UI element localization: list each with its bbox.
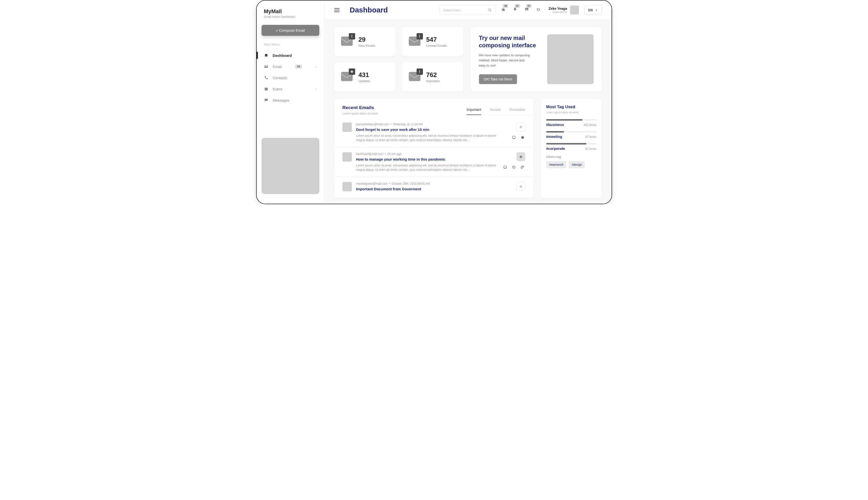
inbox-button[interactable]: 67 — [524, 7, 529, 13]
stat-label: Updates — [359, 79, 370, 83]
mail-icon — [264, 64, 268, 69]
attachment-icon — [520, 164, 525, 170]
star-toggle[interactable] — [517, 182, 525, 191]
promo-card: Try our new mail composing interface We … — [471, 27, 602, 91]
home-icon — [264, 53, 268, 57]
menu-toggle-button[interactable] — [334, 7, 340, 13]
search-field[interactable] — [439, 5, 496, 15]
tab-promotion[interactable]: Promotion — [510, 108, 525, 115]
envelope-alert-icon: ! — [409, 36, 420, 47]
stat-card-updates[interactable]: ★ 431 Updates — [334, 62, 396, 91]
calendar-icon — [264, 87, 268, 91]
stat-label: New Emails — [359, 44, 375, 47]
promo-image-placeholder — [547, 34, 594, 84]
search-input[interactable] — [443, 8, 488, 12]
stat-card-important[interactable]: ! 762 Important — [402, 62, 463, 91]
favorites-button[interactable]: 38 — [501, 7, 506, 13]
star-icon — [519, 125, 523, 129]
sidebar-item-event[interactable]: Event ▸ — [257, 83, 324, 94]
sender-avatar — [342, 182, 352, 191]
email-row[interactable]: machelgreen@mail.com•October 25th, 2020 … — [334, 177, 533, 198]
star-icon — [501, 7, 506, 12]
notifications-badge: 12 — [515, 4, 520, 8]
inbox-badge: 67 — [526, 4, 531, 8]
sidebar-item-label: Messages — [273, 98, 289, 102]
star-icon — [519, 184, 523, 188]
tag-row: #business452 times — [546, 119, 596, 127]
stat-label: Unread Emails — [426, 44, 447, 47]
envelope-alert-icon: ! — [341, 36, 353, 47]
star-toggle[interactable] — [517, 123, 525, 131]
promo-cta-button[interactable]: OK! Take me there — [479, 74, 517, 84]
recent-emails-card: Recent Emails Lorem ipsum dolor sit amet… — [334, 99, 533, 198]
chat-icon — [264, 98, 268, 102]
main-area: Dashboard 38 12 67 — [325, 0, 611, 204]
sidebar: MyMail Email Admin Dashboard + Compose E… — [257, 0, 325, 204]
language-label: EN — [588, 8, 593, 12]
stat-card-unread-emails[interactable]: ! 547 Unread Emails — [402, 27, 463, 56]
sidebar-item-label: Event — [273, 87, 282, 91]
chevron-down-icon: ▼ — [595, 9, 598, 11]
email-count-badge: 38 — [295, 65, 302, 68]
tags-subtitle: Lorem ipsum dolor sit amet — [546, 111, 596, 114]
email-row[interactable]: joannahsitepu@mail.com•Yesterday, at 11:… — [334, 118, 533, 147]
sidebar-item-dashboard[interactable]: Dashboard — [257, 50, 324, 61]
svg-line-1 — [491, 11, 491, 11]
phone-icon — [264, 76, 268, 80]
language-selector[interactable]: EN ▼ — [584, 5, 602, 15]
stat-value: 547 — [426, 36, 447, 43]
recent-emails-title: Recent Emails — [342, 105, 378, 110]
user-name: Zeke Yeaga — [549, 7, 567, 11]
user-menu[interactable]: Zeke Yeaga Superadmin — [549, 5, 579, 14]
tag-chip[interactable]: #design — [569, 161, 585, 168]
favorites-badge: 38 — [503, 4, 508, 8]
email-tabs: Important Socials Promotion — [466, 108, 525, 115]
email-subject: How to manage your working time in this … — [356, 157, 498, 161]
brand-subtitle: Email Admin Dashboard — [264, 15, 317, 19]
email-meta: kevinhard@mail.com•24 min ago — [356, 152, 498, 156]
clock-icon — [511, 164, 517, 170]
device-icon — [503, 164, 508, 170]
sidebar-promo-placeholder — [261, 138, 319, 194]
promo-title: Try our new mail composing interface — [479, 34, 541, 49]
brand: MyMail Email Admin Dashboard — [257, 8, 324, 19]
tag-chip[interactable]: #teamwork — [546, 161, 566, 168]
promo-description: We have new updates to composing method.… — [479, 53, 530, 68]
svg-rect-5 — [504, 166, 506, 168]
email-row[interactable]: kevinhard@mail.com•24 min ago How to man… — [334, 147, 533, 177]
stat-value: 29 — [359, 36, 375, 43]
sidebar-item-contacts[interactable]: Contacts — [257, 72, 324, 83]
tab-socials[interactable]: Socials — [490, 108, 501, 115]
envelope-alert-icon: ! — [409, 72, 420, 82]
svg-point-0 — [488, 9, 491, 11]
sidebar-item-label: Contacts — [273, 76, 287, 80]
menu-section-label: Main Menu — [257, 43, 324, 46]
email-meta: joannahsitepu@mail.com•Yesterday, at 11:… — [356, 123, 507, 126]
email-preview: Lorem ipsum dolor sit amet, consectetur … — [356, 163, 497, 172]
notifications-button[interactable]: 12 — [512, 7, 518, 13]
recent-emails-subtitle: Lorem ipsum dolor sit amet — [342, 112, 378, 115]
search-icon — [488, 8, 492, 12]
gear-icon — [536, 7, 541, 12]
compose-email-button[interactable]: + Compose Email — [261, 25, 319, 36]
svg-rect-6 — [505, 168, 506, 169]
stat-card-new-emails[interactable]: ! 29 New Emails — [334, 27, 396, 56]
tag-name: #meeting — [546, 135, 562, 139]
brand-title: MyMail — [264, 8, 317, 15]
tab-important[interactable]: Important — [466, 108, 481, 115]
tag-row: #meeting97 times — [546, 131, 596, 139]
sender-avatar — [342, 152, 352, 161]
sidebar-item-email[interactable]: Email 38 ▸ — [257, 61, 324, 72]
envelope-star-icon: ★ — [341, 72, 353, 82]
settings-button[interactable] — [536, 7, 541, 13]
svg-rect-2 — [512, 136, 515, 138]
most-tag-used-card: Most Tag Used Lorem ipsum dolor sit amet… — [541, 99, 602, 198]
sidebar-item-messages[interactable]: Messages — [257, 94, 324, 106]
others-tag-label: Others tag — [546, 155, 596, 159]
tag-name: #corporate — [546, 146, 565, 151]
star-icon — [519, 155, 523, 159]
tag-count: 61 times — [585, 147, 596, 151]
star-toggle[interactable] — [517, 152, 525, 161]
chevron-right-icon: ▸ — [315, 88, 317, 91]
tag-count: 97 times — [585, 135, 596, 139]
